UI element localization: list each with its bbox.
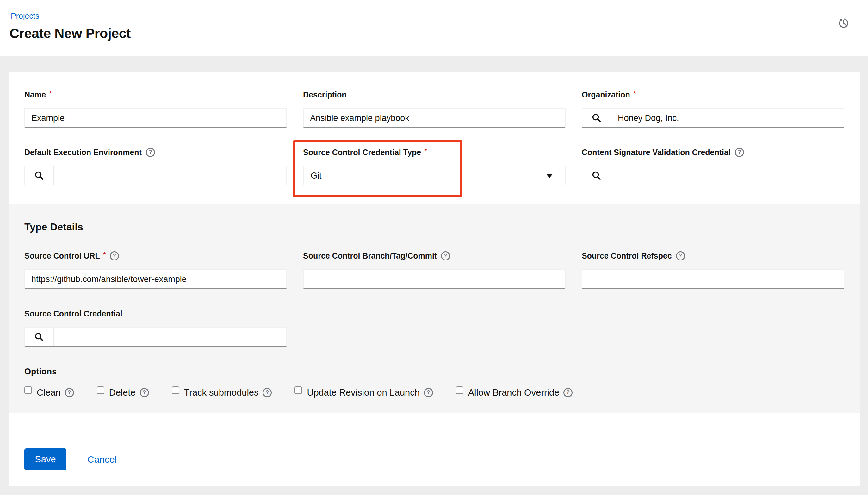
scm-credential-label: Source Control Credential — [24, 309, 287, 319]
history-icon — [837, 16, 850, 29]
field-default-execution-environment: Default Execution Environment ? — [24, 148, 287, 186]
field-content-signature-credential: Content Signature Validation Credential … — [582, 148, 844, 186]
option-clean: Clean ? — [24, 387, 74, 398]
content-signature-credential-lookup-button[interactable] — [582, 167, 612, 185]
options-heading: Options — [24, 367, 844, 376]
form-card: Name * Description Organization * — [9, 71, 860, 486]
cancel-button[interactable]: Cancel — [87, 454, 117, 465]
delete-checkbox[interactable] — [97, 387, 104, 394]
scm-branch-input[interactable] — [303, 269, 566, 289]
clean-checkbox[interactable] — [24, 387, 32, 394]
field-description: Description — [303, 90, 566, 128]
help-icon[interactable]: ? — [735, 148, 744, 157]
required-asterisk: * — [49, 89, 52, 98]
help-icon[interactable]: ? — [676, 251, 685, 260]
default-execution-environment-input[interactable] — [54, 167, 286, 185]
type-details-heading: Type Details — [24, 222, 844, 233]
organization-label: Organization * — [582, 90, 844, 99]
required-asterisk: * — [103, 251, 106, 259]
required-asterisk: * — [633, 89, 636, 98]
search-icon — [34, 170, 45, 181]
scm-url-label: Source Control URL * ? — [24, 251, 287, 260]
scm-credential-input[interactable] — [54, 328, 286, 346]
scm-refspec-input[interactable] — [582, 269, 844, 289]
help-icon[interactable]: ? — [563, 388, 572, 397]
help-icon[interactable]: ? — [263, 388, 272, 397]
breadcrumb: Projects — [10, 12, 851, 21]
help-icon[interactable]: ? — [140, 388, 149, 397]
page-header: Projects Create New Project — [0, 0, 868, 56]
options-row: Clean ? Delete ? Track submodules ? Upda… — [24, 387, 844, 398]
help-icon[interactable]: ? — [441, 251, 450, 260]
default-execution-environment-lookup-button[interactable] — [25, 167, 54, 185]
page-content: Name * Description Organization * — [0, 56, 868, 494]
help-icon[interactable]: ? — [65, 388, 74, 397]
scm-credential-lookup-button[interactable] — [25, 328, 54, 346]
field-scm-credential-type: Source Control Credential Type * Git — [303, 148, 566, 186]
form-section-type-details: Type Details Source Control URL * ? Sour… — [9, 204, 860, 413]
track-submodules-checkbox[interactable] — [172, 387, 179, 394]
scm-refspec-label: Source Control Refspec ? — [582, 251, 844, 260]
scm-branch-label: Source Control Branch/Tag/Commit ? — [303, 251, 566, 260]
description-input[interactable] — [303, 108, 566, 128]
content-signature-credential-input[interactable] — [612, 167, 844, 185]
default-execution-environment-label: Default Execution Environment ? — [24, 148, 287, 157]
allow-branch-override-checkbox[interactable] — [456, 387, 463, 394]
field-scm-credential: Source Control Credential — [24, 309, 287, 347]
organization-lookup-button[interactable] — [582, 109, 612, 127]
field-organization: Organization * — [582, 90, 844, 128]
field-scm-branch: Source Control Branch/Tag/Commit ? — [303, 251, 566, 289]
scm-credential-type-value: Git — [311, 171, 322, 181]
form-section-main: Name * Description Organization * — [9, 71, 860, 204]
description-label: Description — [303, 90, 566, 99]
option-delete: Delete ? — [97, 387, 149, 398]
update-revision-on-launch-checkbox[interactable] — [295, 387, 302, 394]
help-icon[interactable]: ? — [424, 388, 433, 397]
form-actions: Save Cancel — [9, 413, 860, 486]
content-signature-credential-label: Content Signature Validation Credential … — [582, 148, 844, 157]
field-scm-url: Source Control URL * ? — [24, 251, 287, 289]
field-name: Name * — [24, 90, 287, 128]
required-asterisk: * — [424, 147, 427, 155]
option-allow-branch-override: Allow Branch Override ? — [456, 387, 573, 398]
help-icon[interactable]: ? — [110, 251, 119, 260]
save-button[interactable]: Save — [24, 448, 67, 470]
scm-url-input[interactable] — [24, 269, 287, 289]
scm-credential-type-label: Source Control Credential Type * — [303, 148, 566, 157]
chevron-down-icon — [546, 174, 553, 178]
option-update-revision-on-launch: Update Revision on Launch ? — [295, 387, 433, 398]
name-label: Name * — [24, 90, 287, 99]
search-icon — [34, 332, 45, 342]
search-icon — [591, 113, 602, 123]
breadcrumb-projects-link[interactable]: Projects — [11, 12, 39, 20]
help-icon[interactable]: ? — [146, 148, 155, 157]
page-title: Create New Project — [10, 25, 851, 41]
history-button[interactable] — [836, 15, 852, 31]
option-track-submodules: Track submodules ? — [172, 387, 272, 398]
organization-input[interactable] — [612, 109, 844, 127]
field-scm-refspec: Source Control Refspec ? — [582, 251, 844, 289]
name-input[interactable] — [24, 108, 287, 128]
search-icon — [591, 170, 602, 181]
scm-credential-type-select[interactable]: Git — [303, 166, 566, 186]
